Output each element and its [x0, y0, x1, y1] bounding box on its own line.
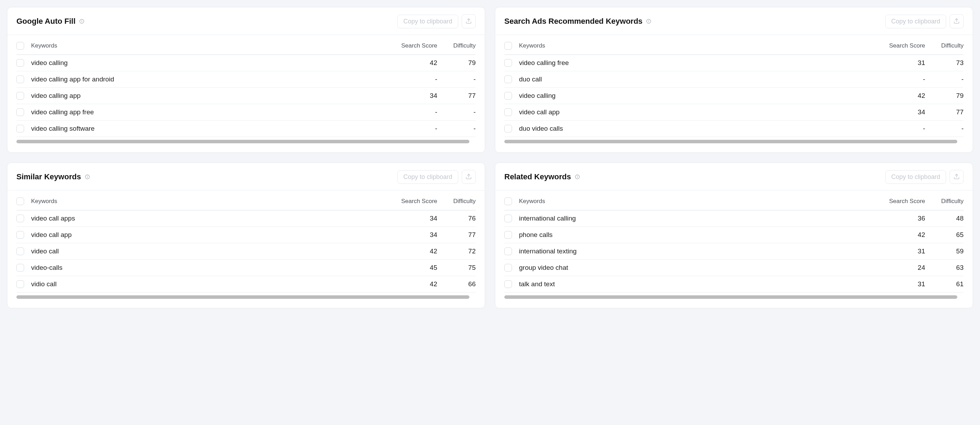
table-header-row: KeywordsSearch ScoreDifficulty	[16, 191, 476, 210]
copy-to-clipboard-button[interactable]: Copy to clipboard	[885, 170, 946, 184]
column-header-search-score[interactable]: Search Score	[873, 198, 925, 205]
column-header-keywords[interactable]: Keywords	[31, 198, 385, 205]
card-header: Similar KeywordsCopy to clipboard	[7, 163, 485, 191]
table-row: video call4272	[16, 243, 476, 260]
keyword-cell: video calling app for android	[31, 75, 385, 83]
column-header-search-score[interactable]: Search Score	[873, 42, 925, 49]
difficulty-cell: 79	[437, 59, 476, 67]
row-checkbox[interactable]	[504, 215, 512, 222]
difficulty-cell: 61	[925, 280, 964, 288]
horizontal-scrollbar[interactable]	[504, 140, 957, 143]
keyword-table: KeywordsSearch ScoreDifficultyinternatio…	[495, 191, 973, 308]
keyword-card: Google Auto FillCopy to clipboardKeyword…	[7, 7, 485, 153]
table-row: international calling3648	[504, 210, 964, 227]
search-score-cell: 34	[385, 231, 437, 239]
row-checkbox[interactable]	[504, 92, 512, 100]
row-checkbox[interactable]	[16, 92, 24, 100]
row-checkbox[interactable]	[16, 108, 24, 116]
difficulty-cell: 77	[437, 231, 476, 239]
column-header-difficulty[interactable]: Difficulty	[437, 198, 476, 205]
horizontal-scrollbar[interactable]	[504, 295, 957, 299]
row-checkbox[interactable]	[504, 108, 512, 116]
table-row: video calling app for android--	[16, 71, 476, 88]
keyword-table: KeywordsSearch ScoreDifficultyvideo call…	[7, 35, 485, 153]
table-row: video calling software--	[16, 121, 476, 137]
copy-to-clipboard-button[interactable]: Copy to clipboard	[398, 170, 458, 184]
card-header: Related KeywordsCopy to clipboard	[495, 163, 973, 191]
row-checkbox[interactable]	[504, 247, 512, 255]
table-row: duo call--	[504, 71, 964, 88]
select-all-checkbox[interactable]	[504, 197, 512, 205]
column-header-search-score[interactable]: Search Score	[385, 198, 437, 205]
search-score-cell: -	[385, 108, 437, 116]
row-checkbox[interactable]	[16, 247, 24, 255]
search-score-cell: 34	[385, 215, 437, 222]
table-row: international texting3159	[504, 243, 964, 260]
info-icon[interactable]	[574, 174, 580, 180]
export-button[interactable]	[950, 14, 964, 28]
search-score-cell: 31	[873, 247, 925, 255]
export-button[interactable]	[950, 170, 964, 184]
keyword-card: Similar KeywordsCopy to clipboardKeyword…	[7, 162, 485, 308]
row-checkbox[interactable]	[504, 75, 512, 83]
card-header: Google Auto FillCopy to clipboard	[7, 7, 485, 35]
keyword-table: KeywordsSearch ScoreDifficultyvideo call…	[495, 35, 973, 153]
column-header-difficulty[interactable]: Difficulty	[925, 198, 964, 205]
upload-icon	[953, 174, 960, 181]
row-checkbox[interactable]	[16, 264, 24, 272]
select-all-checkbox[interactable]	[504, 42, 512, 49]
row-checkbox[interactable]	[16, 59, 24, 67]
row-checkbox[interactable]	[504, 231, 512, 239]
difficulty-cell: 66	[437, 280, 476, 288]
upload-icon	[466, 174, 472, 181]
table-row: group video chat2463	[504, 260, 964, 276]
select-all-checkbox[interactable]	[16, 197, 24, 205]
row-checkbox[interactable]	[504, 59, 512, 67]
keyword-cell: duo call	[519, 75, 873, 83]
row-checkbox[interactable]	[504, 125, 512, 132]
select-all-checkbox[interactable]	[16, 42, 24, 49]
difficulty-cell: 65	[925, 231, 964, 239]
export-button[interactable]	[462, 14, 476, 28]
search-score-cell: 31	[873, 59, 925, 67]
table-row: video call apps3476	[16, 210, 476, 227]
copy-to-clipboard-button[interactable]: Copy to clipboard	[885, 15, 946, 28]
keyword-cell: video call	[31, 247, 385, 255]
svg-point-10	[87, 176, 88, 176]
table-row: video calling4279	[504, 88, 964, 104]
card-title: Google Auto Fill	[16, 17, 75, 26]
horizontal-scrollbar[interactable]	[16, 140, 469, 143]
row-checkbox[interactable]	[16, 231, 24, 239]
svg-point-6	[649, 20, 649, 21]
search-score-cell: -	[385, 125, 437, 132]
keyword-cell: phone calls	[519, 231, 873, 239]
svg-point-2	[82, 20, 82, 21]
search-score-cell: 42	[873, 92, 925, 100]
column-header-keywords[interactable]: Keywords	[519, 198, 873, 205]
column-header-keywords[interactable]: Keywords	[31, 42, 385, 49]
card-title: Similar Keywords	[16, 172, 81, 181]
column-header-search-score[interactable]: Search Score	[385, 42, 437, 49]
row-checkbox[interactable]	[504, 280, 512, 288]
info-icon[interactable]	[646, 19, 651, 24]
row-checkbox[interactable]	[16, 215, 24, 222]
row-checkbox[interactable]	[16, 75, 24, 83]
info-icon[interactable]	[84, 174, 90, 180]
column-header-keywords[interactable]: Keywords	[519, 42, 873, 49]
info-icon[interactable]	[79, 19, 84, 24]
difficulty-cell: 59	[925, 247, 964, 255]
horizontal-scrollbar[interactable]	[16, 295, 469, 299]
table-row: video calling app free--	[16, 104, 476, 121]
keyword-card: Related KeywordsCopy to clipboardKeyword…	[495, 162, 973, 308]
row-checkbox[interactable]	[16, 125, 24, 132]
difficulty-cell: 77	[925, 108, 964, 116]
keyword-cell: international texting	[519, 247, 873, 255]
copy-to-clipboard-button[interactable]: Copy to clipboard	[398, 15, 458, 28]
export-button[interactable]	[462, 170, 476, 184]
difficulty-cell: 63	[925, 264, 964, 272]
column-header-difficulty[interactable]: Difficulty	[437, 42, 476, 49]
row-checkbox[interactable]	[16, 280, 24, 288]
keyword-cell: video call app	[519, 108, 873, 116]
column-header-difficulty[interactable]: Difficulty	[925, 42, 964, 49]
row-checkbox[interactable]	[504, 264, 512, 272]
